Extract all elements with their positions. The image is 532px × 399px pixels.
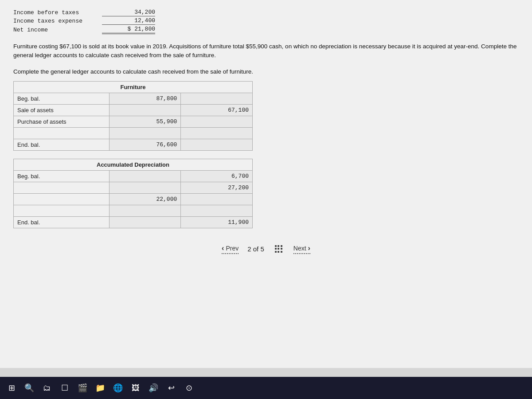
accum-dep-row-credit	[181, 205, 253, 216]
furniture-row-2: Purchase of assets 55,900	[14, 116, 253, 127]
accum-dep-row-debit	[109, 216, 181, 228]
accum-dep-row-1: 27,200	[14, 182, 253, 193]
income-taxes-expense-label: Income taxes expense	[13, 18, 102, 24]
next-button[interactable]: Next ›	[293, 244, 310, 254]
furniture-row-credit	[181, 93, 253, 104]
current-page: 2	[247, 245, 251, 253]
question-text: Complete the general ledger accounts to …	[13, 68, 519, 75]
audio-icon[interactable]: 🔊	[146, 381, 160, 395]
desktop-icon[interactable]: ☐	[58, 381, 72, 395]
furniture-row-debit: 87,800	[109, 93, 181, 104]
accum-dep-row-4: End. bal. 11,900	[14, 216, 253, 228]
search-button[interactable]: 🔍	[22, 381, 36, 395]
accum-dep-row-debit: 22,000	[109, 193, 181, 205]
income-before-taxes-row: Income before taxes 34,200	[13, 9, 519, 16]
start-button[interactable]: ⊞	[4, 381, 19, 395]
furniture-row-label: End. bal.	[14, 139, 110, 150]
furniture-row-credit	[181, 139, 253, 150]
furniture-table: Furniture Beg. bal. 87,800 Sale of asset…	[13, 81, 253, 151]
net-income-label: Net income	[13, 27, 102, 33]
media-icon[interactable]: 🎬	[75, 381, 90, 395]
grid-icon	[275, 245, 283, 253]
circle-icon[interactable]: ⊙	[182, 381, 196, 395]
photo-icon[interactable]: 🖼	[129, 381, 143, 395]
taskbar: ⊞ 🔍 🗂 ☐ 🎬 📁 🌐 🖼 🔊 ↩ ⊙	[0, 377, 532, 399]
ledger-container: Furniture Beg. bal. 87,800 Sale of asset…	[13, 81, 253, 236]
accum-dep-row-label: Beg. bal.	[14, 170, 110, 182]
income-before-taxes-label: Income before taxes	[13, 9, 102, 16]
accum-dep-row-debit	[109, 170, 181, 182]
furniture-row-debit: 76,600	[109, 139, 181, 150]
accum-dep-row-debit	[109, 182, 181, 193]
furniture-row-label: Sale of assets	[14, 104, 110, 116]
furniture-row-1: Sale of assets 67,100	[14, 104, 253, 116]
income-before-taxes-value: 34,200	[102, 9, 155, 16]
furniture-row-3	[14, 127, 253, 139]
furniture-row-label: Beg. bal.	[14, 93, 110, 104]
furniture-row-label: Purchase of assets	[14, 116, 110, 127]
accum-dep-row-credit: 11,900	[181, 216, 253, 228]
accum-dep-row-label: End. bal.	[14, 216, 110, 228]
next-chevron-icon: ›	[308, 244, 310, 252]
furniture-row-4: End. bal. 76,600	[14, 139, 253, 150]
main-content: Income before taxes 34,200 Income taxes …	[0, 0, 532, 368]
furniture-row-credit	[181, 116, 253, 127]
accum-dep-row-debit	[109, 205, 181, 216]
prev-label: Prev	[226, 245, 239, 252]
next-label: Next	[293, 245, 306, 252]
furniture-row-debit	[109, 127, 181, 139]
income-taxes-expense-value: 12,400	[102, 17, 155, 25]
accum-dep-row-label	[14, 182, 110, 193]
furniture-row-0: Beg. bal. 87,800	[14, 93, 253, 104]
page-info: 2 of 5	[247, 245, 264, 253]
browser-icon[interactable]: 🌐	[111, 381, 125, 395]
net-income-value: $ 21,800	[102, 26, 155, 34]
prev-chevron-icon: ‹	[222, 244, 224, 252]
accum-dep-header: Accumulated Depreciation	[14, 159, 253, 170]
accum-dep-row-credit: 27,200	[181, 182, 253, 193]
of-separator: of	[253, 245, 261, 253]
furniture-row-credit: 67,100	[181, 104, 253, 116]
accum-dep-row-3	[14, 205, 253, 216]
pagination-bar: ‹ Prev 2 of 5 Next ›	[13, 241, 519, 258]
undo-icon[interactable]: ↩	[164, 381, 178, 395]
furniture-row-credit	[181, 127, 253, 139]
furniture-row-label	[14, 127, 110, 139]
accum-dep-row-credit: 6,700	[181, 170, 253, 182]
accum-dep-row-credit	[181, 193, 253, 205]
folder-icon[interactable]: 📁	[93, 381, 107, 395]
furniture-header: Furniture	[14, 81, 253, 93]
file-explorer-icon[interactable]: 🗂	[40, 381, 54, 395]
accum-dep-row-0: Beg. bal. 6,700	[14, 170, 253, 182]
income-table: Income before taxes 34,200 Income taxes …	[13, 9, 519, 34]
accum-dep-row-2: 22,000	[14, 193, 253, 205]
accum-dep-row-label	[14, 193, 110, 205]
furniture-row-debit	[109, 104, 181, 116]
prev-button[interactable]: ‹ Prev	[222, 244, 239, 254]
accum-dep-row-label	[14, 205, 110, 216]
description-text: Furniture costing $67,100 is sold at its…	[13, 42, 519, 60]
top-section: Income before taxes 34,200 Income taxes …	[13, 9, 519, 34]
income-taxes-expense-row: Income taxes expense 12,400	[13, 17, 519, 25]
furniture-row-debit: 55,900	[109, 116, 181, 127]
accum-dep-table: Accumulated Depreciation Beg. bal. 6,700…	[13, 159, 253, 228]
net-income-row: Net income $ 21,800	[13, 26, 519, 34]
total-pages: 5	[260, 245, 264, 253]
